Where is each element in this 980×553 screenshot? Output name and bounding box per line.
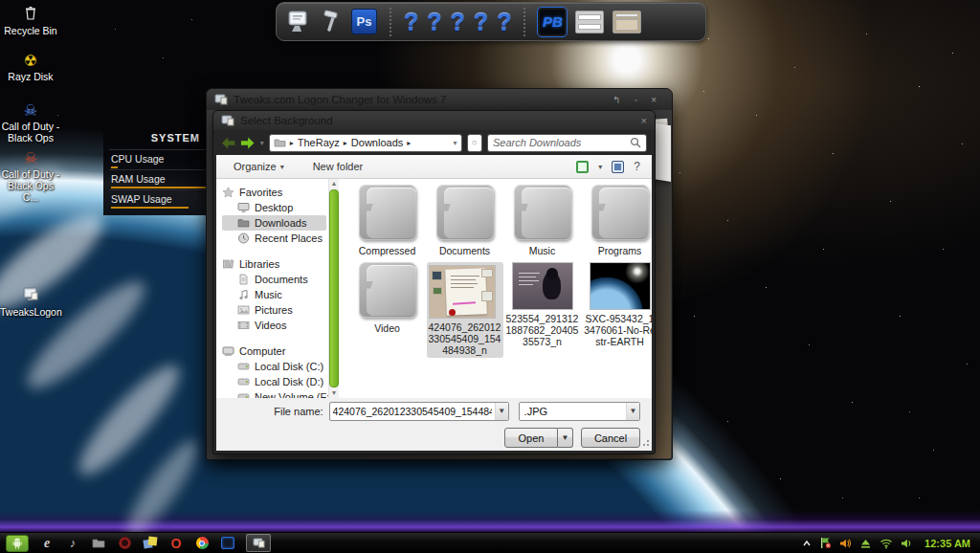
wifi-network-icon[interactable] — [880, 538, 893, 549]
nav-item-local-disk-d[interactable]: Local Disk (D:) — [222, 374, 328, 389]
file-folder-documents[interactable]: Documents — [426, 185, 503, 256]
dock-unknown-app-icon[interactable]: ? — [497, 8, 511, 36]
dialog-title-bar[interactable]: Select Background × — [213, 111, 655, 130]
cancel-button[interactable]: Cancel — [581, 428, 640, 448]
breadcrumb-downloads[interactable]: Downloads — [351, 137, 403, 148]
dialog-close-button[interactable]: × — [641, 115, 647, 126]
dock-hammer-icon[interactable] — [320, 9, 343, 35]
help-button[interactable]: ? — [634, 160, 640, 173]
folder-icon — [436, 185, 494, 240]
organize-menu[interactable]: Organize▾ — [228, 159, 290, 174]
file-name-input[interactable] — [330, 406, 495, 417]
search-box[interactable] — [487, 134, 647, 152]
recent-pages-caret[interactable]: ▾ — [260, 139, 264, 147]
dock-unknown-app-icon[interactable]: ? — [404, 8, 418, 36]
open-button[interactable]: Open — [504, 428, 558, 448]
desktop-icon-cod-black-ops[interactable]: ☠ Call of Duty - Black Ops — [0, 101, 61, 144]
restore-button[interactable]: ↰ — [612, 95, 620, 105]
dock-photoshop-icon[interactable]: Ps — [351, 9, 377, 34]
file-folder-music[interactable]: Music — [503, 185, 581, 256]
file-name-combo[interactable]: ▼ — [329, 402, 509, 421]
taskbar-opera-icon[interactable]: O — [168, 536, 184, 551]
eject-device-icon[interactable] — [859, 538, 872, 549]
nav-header-computer[interactable]: Computer — [222, 343, 328, 359]
dock-unknown-app-icon[interactable]: ? — [427, 8, 441, 36]
file-folder-programs[interactable]: Programs — [581, 185, 652, 256]
taskbar-music-player-icon[interactable]: ♪ — [65, 536, 80, 551]
skull-icon: ☠ — [0, 149, 61, 168]
desktop-icon-tweakslogon[interactable]: TweaksLogon — [0, 287, 61, 318]
star-icon — [222, 187, 234, 198]
recycle-bin-icon — [0, 6, 61, 25]
file-folder-compressed[interactable]: Compressed — [348, 185, 426, 256]
taskbar-clock[interactable]: 12:35 AM — [921, 538, 974, 549]
desktop-icon-label: Call of Duty - Black Ops C... — [0, 168, 61, 203]
file-type-combo[interactable]: .JPG ▼ — [519, 402, 640, 421]
nav-item-pictures[interactable]: Pictures — [222, 302, 328, 318]
chevron-down-icon[interactable]: ▼ — [626, 403, 639, 420]
new-folder-button[interactable]: New folder — [307, 159, 369, 174]
desktop-icon-rayz-disk[interactable]: ☢ Rayz Disk — [0, 52, 61, 82]
dock-window-thumbnail[interactable] — [575, 11, 604, 33]
chevron-down-icon[interactable]: ▼ — [495, 403, 508, 420]
dock-window-thumbnail[interactable] — [612, 11, 641, 33]
start-button[interactable] — [6, 535, 29, 552]
action-center-flag-icon[interactable] — [819, 537, 832, 549]
nav-item-documents[interactable]: Documents — [222, 272, 328, 287]
desktop-icon-recycle-bin[interactable]: Recycle Bin — [0, 6, 61, 36]
dialog-button-row: Open ▼ Cancel — [216, 425, 652, 451]
scroll-up-icon[interactable]: ▲ — [331, 180, 338, 188]
nav-item-new-volume-f[interactable]: New Volume (F:) — [222, 389, 328, 398]
nav-item-videos[interactable]: Videos — [222, 318, 328, 333]
dock-tweaks-monitor-icon[interactable] — [286, 9, 311, 35]
close-button[interactable]: × — [651, 95, 657, 105]
select-background-dialog: Select Background × ▾ ▸ TheRayz ▸ Downlo… — [212, 110, 656, 454]
forward-button[interactable] — [240, 136, 255, 150]
nav-header-libraries[interactable]: Libraries — [222, 256, 328, 272]
file-folder-video[interactable]: Video — [348, 262, 426, 358]
show-hidden-icons-arrow[interactable] — [802, 539, 812, 548]
cpu-usage-row: CPU Usage — [109, 149, 206, 169]
taskbar-internet-explorer-icon[interactable]: e — [39, 536, 55, 551]
folder-icon — [359, 185, 416, 240]
nav-item-desktop[interactable]: Desktop — [222, 200, 328, 215]
nav-item-recent-places[interactable]: Recent Places — [222, 231, 328, 246]
breadcrumb-user[interactable]: TheRayz — [298, 137, 340, 148]
scrollbar-thumb[interactable] — [329, 189, 339, 387]
nav-header-favorites[interactable]: Favorites — [222, 185, 328, 200]
address-dropdown-caret[interactable]: ▾ — [454, 139, 457, 147]
taskbar-active-app-button[interactable] — [246, 534, 271, 552]
taskbar-sticky-notes-icon[interactable] — [143, 536, 158, 551]
volume-speaker-icon[interactable] — [901, 538, 913, 549]
refresh-button[interactable]: ○ — [467, 134, 482, 152]
desktop-icon-cod-black-ops-c[interactable]: ☠ Call of Duty - Black Ops C... — [0, 149, 61, 203]
taskbar-media-disc-icon[interactable] — [117, 536, 132, 551]
cpu-usage-bar — [111, 166, 118, 168]
taskbar-explorer-folder-icon[interactable] — [91, 536, 106, 551]
taskbar-chrome-icon[interactable] — [194, 536, 210, 551]
dock-unknown-app-icon[interactable]: ? — [474, 8, 488, 36]
resize-grip[interactable] — [641, 440, 649, 448]
volume-mixer-icon[interactable] — [839, 538, 852, 549]
file-image-sxc-earth[interactable]: SXC-953432_13476061-No-Restr-EARTH — [581, 262, 652, 358]
views-icon[interactable] — [576, 161, 589, 173]
file-image-523554[interactable]: 523554_2913121887682_2040535573_n — [503, 262, 581, 358]
scroll-down-icon[interactable]: ▼ — [331, 389, 338, 397]
ram-usage-bar — [111, 187, 206, 188]
parent-title-bar[interactable]: Tweaks.com Logon Changer for Windows 7 ↰… — [207, 89, 672, 110]
maximize-button[interactable]: ◦ — [635, 95, 638, 105]
preview-pane-icon[interactable] — [612, 161, 624, 173]
nav-item-local-disk-c[interactable]: Local Disk (C:) — [222, 359, 328, 374]
file-image-424076-selected[interactable]: 424076_262012330545409_154484938_n — [426, 262, 503, 358]
dock-unknown-app-icon[interactable]: ? — [451, 8, 465, 36]
nav-scrollbar[interactable]: ▲ ▼ — [328, 179, 339, 398]
search-input[interactable] — [493, 137, 630, 148]
dock-punkbuster-icon[interactable]: PB — [538, 8, 567, 36]
views-caret-icon[interactable]: ▾ — [598, 163, 602, 171]
nav-item-downloads[interactable]: Downloads — [222, 215, 326, 231]
back-button[interactable] — [221, 136, 235, 150]
address-bar[interactable]: ▸ TheRayz ▸ Downloads ▸ ▾ — [269, 134, 462, 152]
open-dropdown-caret[interactable]: ▼ — [558, 428, 573, 448]
nav-item-music[interactable]: Music — [222, 287, 328, 302]
taskbar-photoshop-icon[interactable] — [220, 536, 235, 551]
